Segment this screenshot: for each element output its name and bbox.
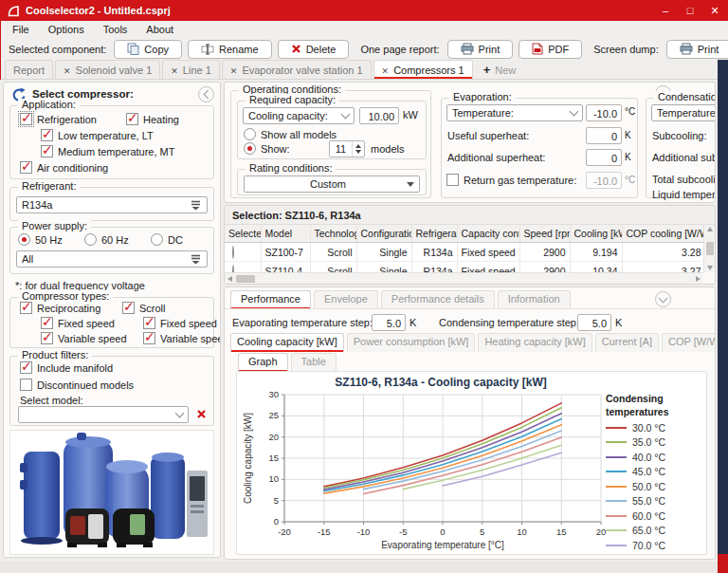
close-icon[interactable]: ✕ (709, 5, 720, 17)
checkbox-scroll-variable-speed[interactable]: Variable speed (143, 332, 221, 344)
checkbox-heating[interactable]: Heating (126, 113, 179, 125)
tab-performance-details[interactable]: Performance details (381, 290, 495, 309)
col-technology[interactable]: Technology (310, 225, 356, 243)
copy-component-button[interactable]: Copy (114, 40, 182, 59)
checkbox-recip-variable-speed[interactable]: Variable speed (41, 332, 127, 344)
table-row[interactable]: SZ100-7 Scroll Single R134a Fixed speed … (225, 243, 703, 262)
delete-component-button[interactable]: Delete (278, 40, 350, 59)
col-configuration[interactable]: Configuration (356, 225, 411, 243)
row-select-radio[interactable] (232, 265, 234, 273)
checkbox-scroll[interactable]: Scroll (122, 302, 166, 314)
scroll-left-icon[interactable] (228, 276, 232, 282)
checkbox-medium-temperature[interactable]: Medium temperature, MT (41, 145, 174, 157)
row-select-radio[interactable] (232, 246, 234, 259)
col-speed[interactable]: Speed [rpm] (519, 225, 570, 243)
checkbox-discontinued-models[interactable]: Discontinued models (20, 379, 134, 391)
col-cooling[interactable]: Cooling [kW] (570, 225, 622, 243)
checkbox-scroll-fixed-speed[interactable]: Fixed speed (143, 317, 217, 329)
menu-about[interactable]: About (144, 23, 175, 36)
radio-60hz[interactable]: 60 Hz (84, 233, 129, 246)
tab-close-icon[interactable] (64, 65, 71, 76)
tab-heating-capacity[interactable]: Heating capacity [kW] (478, 333, 592, 352)
rating-conditions-dropdown[interactable]: Custom (244, 176, 420, 193)
scroll-right-icon[interactable] (696, 276, 701, 282)
tab-close-icon[interactable] (171, 65, 178, 76)
screen-print-button[interactable]: Print (666, 40, 728, 59)
tab-label: Evaporator valve station 1 (242, 65, 362, 76)
legend-swatch-icon (606, 427, 627, 429)
models-unit: models (371, 143, 404, 155)
scroll-up-icon[interactable] (707, 227, 713, 231)
select-model-dropdown[interactable] (18, 406, 189, 423)
cond-step-field[interactable]: 5.0 (577, 314, 611, 331)
collapse-left-panel-icon[interactable] (198, 86, 214, 102)
col-model[interactable]: Model (261, 225, 310, 243)
capacity-type-dropdown[interactable]: Cooling capacity: (243, 107, 355, 124)
print-report-button[interactable]: Print (447, 40, 514, 59)
radio-show-all-models[interactable]: Show all models (244, 128, 337, 140)
model-count-spinner[interactable]: 11 (329, 140, 365, 157)
dropdown-arrow-icon (407, 182, 414, 187)
tab-graph[interactable]: Graph (238, 353, 288, 372)
tab-new[interactable]: New (475, 60, 525, 79)
tab-information[interactable]: Information (498, 290, 571, 309)
col-capacity-control[interactable]: Capacity control (457, 225, 519, 243)
legend-label: 40.0 °C (632, 452, 665, 463)
tab-performance[interactable]: Performance (230, 290, 311, 309)
refrigerant-dropdown[interactable]: R134a (16, 196, 208, 213)
scroll-down-icon[interactable] (707, 266, 713, 270)
tab-current[interactable]: Current [A] (595, 333, 659, 352)
spinner-arrows-icon[interactable] (352, 141, 364, 157)
capacity-value-field[interactable]: 10.00 (359, 107, 399, 124)
tab-compressors[interactable]: Compressors 1 (373, 60, 473, 79)
useful-superheat-field[interactable]: 0 (586, 127, 622, 144)
radio-show-count[interactable]: Show: (244, 142, 290, 155)
pdf-report-button[interactable]: PDF (519, 40, 582, 59)
table-row[interactable]: SZ110-4 Scroll Single R134a Fixed speed … (225, 262, 703, 273)
clear-model-icon[interactable] (196, 409, 207, 419)
evaporation-selector-dropdown[interactable]: Temperature: (446, 104, 583, 121)
menu-file[interactable]: File (10, 23, 31, 36)
tab-table[interactable]: Table (291, 353, 337, 372)
rename-component-button[interactable]: Rename (188, 40, 272, 59)
svg-text:5: 5 (274, 495, 279, 506)
checkbox-reciprocating[interactable]: Reciprocating (20, 302, 100, 314)
table-vertical-scrollbar[interactable] (703, 225, 715, 272)
evap-step-field[interactable]: 5.0 (372, 314, 406, 331)
tab-solenoid-valve[interactable]: Solenoid valve 1 (55, 60, 160, 79)
radio-dc[interactable]: DC (151, 233, 183, 246)
tab-cop[interactable]: COP [W/W] (662, 333, 716, 352)
tab-cooling-capacity[interactable]: Cooling capacity [kW] (230, 333, 344, 352)
tab-line[interactable]: Line 1 (162, 60, 220, 79)
tab-envelope[interactable]: Envelope (314, 290, 378, 309)
col-cop-cooling[interactable]: COP cooling [W/W] (622, 225, 703, 243)
condensation-selector-dropdown[interactable]: Temperature: (651, 104, 716, 121)
scrollbar-thumb[interactable] (706, 242, 714, 255)
voltage-dropdown[interactable]: All (16, 250, 208, 268)
checkbox-low-temperature[interactable]: Low temperature, LT (41, 129, 154, 141)
collapse-performance-icon[interactable] (655, 291, 671, 307)
minimize-icon[interactable]: – (660, 5, 671, 16)
status-strip (0, 562, 718, 573)
tab-evaporator-valve-station[interactable]: Evaporator valve station 1 (222, 60, 372, 79)
checkbox-return-gas-temperature[interactable]: Return gas temperature: (446, 174, 576, 186)
additional-superheat-field[interactable]: 0 (586, 149, 622, 166)
menu-options[interactable]: Options (46, 23, 86, 36)
col-selected[interactable]: Selected (225, 225, 261, 243)
menu-tools[interactable]: Tools (101, 23, 130, 36)
checkbox-include-manifold[interactable]: Include manifold (20, 361, 113, 374)
checkbox-air-conditioning[interactable]: Air conditioning (20, 161, 108, 174)
tab-close-icon[interactable] (382, 65, 390, 76)
scrollbar-thumb[interactable] (236, 275, 255, 283)
checkbox-recip-fixed-speed[interactable]: Fixed speed (41, 317, 115, 329)
tab-close-icon[interactable] (230, 65, 238, 76)
tab-report[interactable]: Report (5, 60, 53, 79)
radio-50hz[interactable]: 50 Hz (18, 233, 63, 246)
tab-power-consumption[interactable]: Power consumption [kW] (347, 333, 476, 352)
table-horizontal-scrollbar[interactable] (225, 272, 703, 284)
evaporation-temp-field[interactable]: -10.0 (586, 104, 622, 121)
maximize-icon[interactable]: □ (684, 5, 696, 16)
col-refrigerant[interactable]: Refrigerant (411, 225, 457, 243)
plus-icon (483, 63, 491, 77)
checkbox-refrigeration[interactable]: Refrigeration (20, 113, 97, 125)
